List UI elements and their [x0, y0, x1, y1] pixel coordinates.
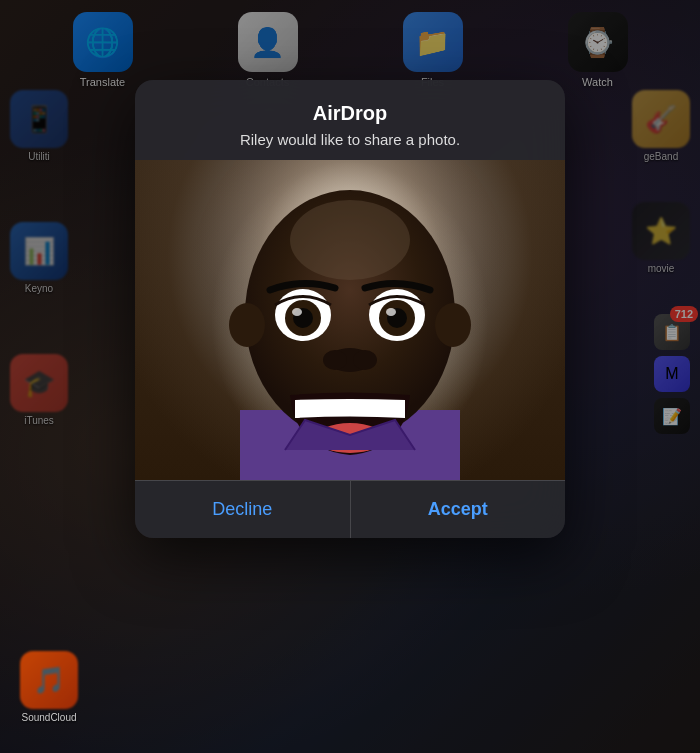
modal-subtitle: Riley would like to share a photo.	[155, 131, 545, 148]
app-soundcloud-group[interactable]: 🎵 SoundCloud	[20, 651, 78, 723]
modal-title: AirDrop	[155, 102, 545, 125]
svg-point-17	[353, 350, 377, 370]
accept-button[interactable]: Accept	[351, 481, 566, 538]
svg-point-5	[229, 303, 265, 347]
soundcloud-label: SoundCloud	[21, 712, 76, 723]
svg-point-4	[290, 200, 410, 280]
modal-actions: Decline Accept	[135, 480, 565, 538]
svg-point-16	[323, 350, 347, 370]
shared-photo	[135, 160, 565, 480]
soundcloud-icon: 🎵	[20, 651, 78, 709]
svg-point-6	[435, 303, 471, 347]
modal-header: AirDrop Riley would like to share a phot…	[135, 80, 565, 160]
svg-point-14	[386, 308, 396, 316]
svg-point-10	[292, 308, 302, 316]
airdrop-modal: AirDrop Riley would like to share a phot…	[135, 80, 565, 538]
meme-face-svg	[135, 160, 565, 480]
decline-button[interactable]: Decline	[135, 481, 351, 538]
